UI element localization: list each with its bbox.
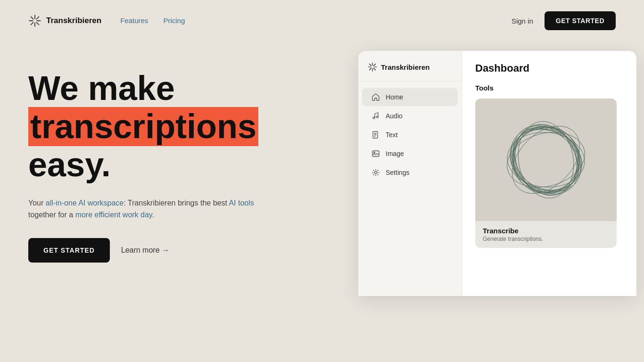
features-link[interactable]: Features [120, 16, 148, 25]
svg-line-15 [370, 68, 372, 70]
svg-line-5 [37, 23, 39, 25]
tool-card-description: Generate transcriptions. [483, 236, 609, 242]
svg-line-12 [370, 64, 372, 66]
svg-point-25 [507, 123, 585, 197]
svg-point-23 [374, 152, 375, 154]
subtext-part1: Your [28, 199, 46, 207]
svg-line-13 [374, 68, 376, 70]
pricing-link[interactable]: Pricing [163, 16, 185, 25]
nav-right: Sign in GET STARTED [512, 11, 616, 30]
svg-point-38 [501, 124, 591, 196]
svg-point-24 [375, 172, 377, 174]
tool-card-transcribe[interactable]: Transcribe Generate transcriptions. [475, 99, 617, 248]
sidebar-item-text-label: Text [386, 131, 398, 139]
file-text-icon [372, 131, 380, 139]
sidebar-nav: Home Audio Text [358, 82, 462, 188]
logo[interactable]: Transkribieren [28, 14, 101, 27]
hero-buttons: GET STARTED Learn more → [28, 238, 349, 263]
sidebar-item-audio-label: Audio [386, 112, 403, 120]
subtext-part3: together for a [28, 211, 75, 219]
image-icon [372, 149, 380, 158]
home-icon [372, 93, 380, 101]
heading-line3: easy. [28, 146, 111, 183]
hero-right: Transkribieren Home A [349, 60, 616, 334]
heading-highlight: transcriptions [28, 107, 258, 146]
sidebar-item-image-label: Image [386, 150, 404, 157]
svg-line-14 [374, 64, 376, 66]
svg-point-17 [376, 116, 378, 118]
logo-icon [28, 14, 41, 27]
sidebar-brand-name: Transkribieren [381, 63, 429, 71]
hero-subtext: Your all-in-one AI workspace: Transkribi… [28, 197, 273, 221]
app-sidebar: Transkribieren Home A [358, 51, 462, 296]
sidebar-item-audio[interactable]: Audio [362, 107, 458, 125]
spiral-visualization [499, 113, 593, 207]
svg-point-16 [373, 117, 375, 119]
nav-links: Features Pricing [120, 16, 185, 25]
logo-text: Transkribieren [46, 16, 101, 25]
tool-card-visual [475, 99, 617, 221]
sidebar-item-image[interactable]: Image [362, 145, 458, 163]
hero-left: We make transcriptions easy. Your all-in… [28, 60, 349, 263]
sidebar-item-settings-label: Settings [386, 169, 410, 176]
app-main: Dashboard Tools [462, 51, 636, 296]
sidebar-item-settings[interactable]: Settings [362, 164, 458, 181]
nav-item-features[interactable]: Features [120, 16, 148, 25]
nav-get-started-button[interactable]: GET STARTED [545, 11, 616, 30]
dashboard-title: Dashboard [475, 62, 623, 74]
svg-line-4 [31, 17, 33, 19]
subtext-blue1: all-in-one AI workspace [46, 199, 124, 207]
subtext-part2: : Transkribieren brings the best [124, 199, 229, 207]
svg-point-27 [502, 119, 590, 200]
nav-item-pricing[interactable]: Pricing [163, 16, 185, 25]
hero-get-started-button[interactable]: GET STARTED [28, 238, 110, 263]
tool-card-title: Transcribe [483, 227, 609, 235]
settings-icon [372, 168, 380, 177]
sidebar-item-home-label: Home [386, 93, 403, 101]
subtext-part4: . [152, 211, 154, 219]
heading-line1: We make [28, 69, 175, 107]
navbar: Transkribieren Features Pricing Sign in … [0, 0, 644, 41]
hero-section: We make transcriptions easy. Your all-in… [0, 41, 644, 334]
sidebar-logo-icon [368, 62, 377, 72]
svg-point-37 [505, 119, 586, 200]
learn-more-link[interactable]: Learn more → [121, 246, 169, 255]
svg-rect-22 [372, 151, 379, 156]
sign-in-link[interactable]: Sign in [512, 17, 533, 25]
app-mockup: Transkribieren Home A [358, 51, 636, 296]
svg-point-36 [505, 129, 586, 190]
tool-card-info: Transcribe Generate transcriptions. [475, 221, 617, 248]
sidebar-header: Transkribieren [358, 51, 462, 82]
svg-line-6 [37, 17, 39, 19]
sidebar-item-text[interactable]: Text [362, 126, 458, 144]
music-icon [372, 112, 380, 120]
hero-heading: We make transcriptions easy. [28, 70, 349, 184]
tools-label: Tools [475, 84, 623, 92]
svg-point-28 [504, 115, 588, 205]
sidebar-item-home[interactable]: Home [362, 88, 458, 106]
svg-line-7 [31, 23, 33, 25]
subtext-blue2: AI tools [229, 199, 254, 207]
nav-left: Transkribieren Features Pricing [28, 14, 185, 27]
subtext-blue3: more efficient work day [75, 211, 152, 219]
